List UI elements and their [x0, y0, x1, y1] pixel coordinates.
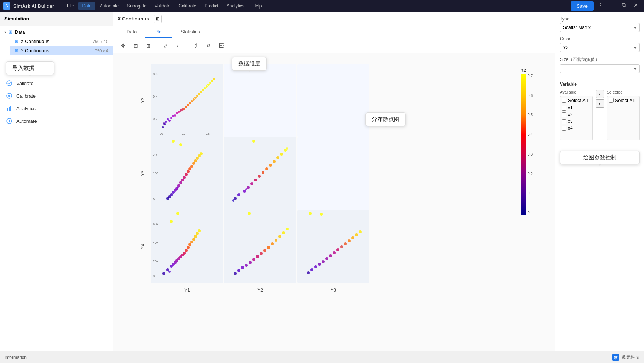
svg-point-28 — [189, 102, 191, 104]
save-button[interactable]: Save — [571, 1, 594, 11]
menu-data[interactable]: Data — [78, 2, 95, 10]
tree-root-data[interactable]: ▾ ⊞ Data — [0, 27, 113, 37]
svg-point-88 — [252, 140, 255, 143]
minimize-button[interactable]: — — [607, 1, 617, 9]
type-select[interactable]: Scattar Matrix — [560, 23, 640, 32]
tab-data[interactable]: Data — [118, 26, 145, 38]
svg-point-56 — [183, 176, 186, 179]
transfer-left-button[interactable]: ‹ — [596, 90, 604, 98]
svg-point-27 — [187, 104, 189, 106]
svg-point-138 — [325, 257, 328, 260]
available-select-all-row: Select All — [562, 98, 591, 103]
svg-point-38 — [209, 82, 211, 84]
var-x4-checkbox[interactable] — [562, 126, 566, 131]
svg-point-33 — [200, 91, 202, 93]
svg-text:0.4: 0.4 — [153, 95, 158, 98]
svg-point-105 — [187, 246, 190, 249]
reset-button[interactable]: ↩ — [173, 40, 184, 51]
nav-automate[interactable]: Automate — [0, 115, 113, 127]
color-select-wrapper: Y2 — [560, 43, 640, 52]
svg-rect-5 — [10, 106, 12, 111]
svg-point-72 — [237, 193, 240, 196]
maximize-button[interactable]: ⧉ — [619, 1, 629, 9]
nav-analytics[interactable]: Analytics — [0, 102, 113, 115]
automate-icon — [6, 118, 13, 124]
var-x1-checkbox[interactable] — [562, 106, 566, 111]
tab-statistics[interactable]: Statistics — [172, 26, 209, 38]
menu-predict[interactable]: Predict — [201, 2, 222, 10]
available-select-all-checkbox[interactable] — [562, 98, 566, 103]
expand-button[interactable]: ⊞ — [154, 15, 162, 23]
company-logo-icon: 数 — [612, 354, 620, 361]
copy-button[interactable]: ⧉ — [203, 40, 214, 51]
var-x3-checkbox[interactable] — [562, 119, 566, 124]
transfer-buttons: ‹ › — [594, 90, 605, 108]
scatter-cell-y3-y1: 200 100 0 — [151, 137, 223, 210]
export-button[interactable]: ⤴ — [190, 40, 201, 51]
tree-item-x-continuous[interactable]: ⊞ X Continuous 750 x 10 — [10, 37, 113, 46]
svg-point-29 — [191, 100, 193, 102]
svg-point-19 — [168, 120, 171, 122]
select-box-button[interactable]: ⊡ — [130, 40, 141, 51]
content-area: X Continuous ⊞ Data Plot Statistics ✥ ⊡ … — [113, 12, 555, 351]
more-options-button[interactable]: ⋮ — [595, 1, 605, 9]
selected-header: Selected — [607, 90, 640, 94]
tab-plot[interactable]: Plot — [145, 26, 171, 38]
svg-point-111 — [198, 229, 201, 232]
menu-validate[interactable]: Validate — [151, 2, 174, 10]
screenshot-button[interactable]: 🖼 — [216, 40, 227, 51]
selected-select-all-checkbox[interactable] — [609, 98, 614, 103]
svg-point-86 — [245, 188, 247, 190]
colorbar-container: Y2 0.7 0.6 0.5 0.4 0.3 0.2 0.1 0 — [521, 68, 533, 215]
transfer-right-button[interactable]: › — [596, 99, 604, 108]
close-button[interactable]: ✕ — [631, 1, 641, 9]
svg-point-66 — [166, 197, 169, 200]
svg-point-54 — [179, 181, 182, 184]
check-circle-icon — [6, 80, 13, 86]
lasso-button[interactable]: ⤢ — [160, 40, 171, 51]
svg-point-62 — [194, 159, 197, 162]
tree-item-y-continuous[interactable]: ⊞ Y Continuous 750 x 4 — [10, 46, 113, 55]
svg-text:-19: -19 — [181, 132, 185, 135]
svg-text:100: 100 — [153, 171, 158, 175]
svg-point-129 — [282, 231, 285, 234]
menu-calibrate[interactable]: Calibrate — [175, 2, 200, 10]
svg-point-65 — [200, 152, 203, 155]
svg-point-128 — [278, 235, 281, 238]
menu-help[interactable]: Help — [249, 2, 266, 10]
svg-point-114 — [176, 212, 179, 215]
menu-analytics[interactable]: Analytics — [223, 2, 248, 10]
svg-text:200: 200 — [153, 153, 158, 157]
nav-validate[interactable]: Validate — [0, 77, 113, 89]
move-tool-button[interactable]: ✥ — [118, 40, 129, 51]
type-select-wrapper: Scattar Matrix — [560, 23, 640, 32]
scatter-cell-y3-y2 — [224, 137, 296, 210]
color-select[interactable]: Y2 — [560, 43, 640, 52]
selected-select-all-label: Select All — [615, 98, 635, 103]
svg-point-84 — [284, 149, 287, 152]
svg-text:数: 数 — [614, 356, 618, 360]
tree-children: ⊞ X Continuous 750 x 10 ⊞ Y Continuous 7… — [0, 37, 113, 55]
var-x1-label: x1 — [568, 105, 573, 111]
svg-point-125 — [267, 246, 270, 249]
color-label: Color — [560, 36, 640, 42]
menu-surrogate[interactable]: Surrogate — [123, 2, 150, 10]
available-list: Select All x1 x2 x3 — [560, 96, 593, 140]
svg-text:0.6: 0.6 — [153, 72, 158, 76]
size-select[interactable] — [560, 64, 640, 73]
var-x2-available: x2 — [562, 111, 591, 118]
window-controls: Save ⋮ — ⧉ ✕ — [571, 1, 641, 11]
var-x2-checkbox[interactable] — [562, 112, 566, 117]
menu-file[interactable]: File — [63, 2, 78, 10]
var-x1-available: x1 — [562, 105, 591, 111]
table-icon-2: ⊞ — [15, 48, 18, 53]
var-x4-label: x4 — [568, 125, 573, 131]
svg-rect-4 — [9, 107, 10, 111]
svg-point-109 — [194, 235, 197, 238]
menu-automate[interactable]: Automate — [96, 2, 122, 10]
nav-calibrate[interactable]: Calibrate — [0, 89, 113, 102]
zoom-button[interactable]: ⊞ — [143, 40, 154, 51]
svg-point-147 — [359, 230, 362, 233]
svg-point-143 — [344, 242, 347, 245]
y4-label: Y4 — [135, 210, 150, 283]
